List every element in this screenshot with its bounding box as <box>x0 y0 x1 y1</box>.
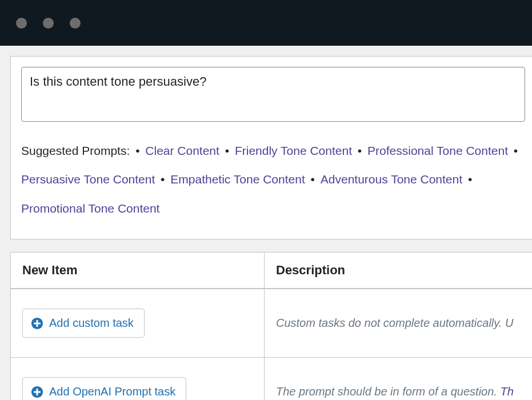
prompt-link[interactable]: Promotional Tone Content <box>21 202 159 215</box>
button-label: Add OpenAI Prompt task <box>49 385 175 398</box>
table-cell-description: The prompt should be in form of a questi… <box>265 358 532 400</box>
bullet: • <box>225 144 233 157</box>
bullet: • <box>514 144 518 157</box>
bullet: • <box>161 173 168 186</box>
suggested-prompts: Suggested Prompts: • Clear Content • Fri… <box>21 137 525 223</box>
tasks-table: New Item Description Add custom task Cus… <box>10 252 532 400</box>
prompt-link[interactable]: Adventurous Tone Content <box>321 173 462 186</box>
prompt-link[interactable]: Persuasive Tone Content <box>21 173 155 186</box>
table-cell-description: Custom tasks do not complete automatical… <box>265 289 532 357</box>
window-dot <box>70 18 81 29</box>
prompt-link[interactable]: Friendly Tone Content <box>235 144 352 157</box>
prompt-link[interactable]: Professional Tone Content <box>367 144 508 157</box>
prompt-textarea[interactable] <box>21 67 525 122</box>
window-dot <box>43 18 54 29</box>
table-cell-action: Add OpenAI Prompt task <box>11 358 265 400</box>
svg-rect-2 <box>34 322 41 324</box>
prompt-link[interactable]: Clear Content <box>145 144 219 157</box>
plus-circle-icon <box>31 386 43 398</box>
description-text: Custom tasks do not complete automatical… <box>276 317 513 330</box>
prompt-link[interactable]: Empathetic Tone Content <box>170 173 305 186</box>
description-text: The prompt should be in form of a questi… <box>276 385 514 398</box>
button-label: Add custom task <box>49 317 134 330</box>
table-row: Add OpenAI Prompt task The prompt should… <box>11 358 532 400</box>
bullet: • <box>311 173 318 186</box>
svg-rect-5 <box>34 391 41 393</box>
bullet: • <box>358 144 365 157</box>
table-header-row: New Item Description <box>11 253 532 289</box>
table-header-new-item: New Item <box>11 253 265 289</box>
add-custom-task-button[interactable]: Add custom task <box>22 309 145 338</box>
prompt-panel: Suggested Prompts: • Clear Content • Fri… <box>10 56 532 239</box>
window-titlebar <box>0 0 532 46</box>
suggested-label: Suggested Prompts: <box>21 144 130 157</box>
table-row: Add custom task Custom tasks do not comp… <box>11 289 532 358</box>
table-cell-action: Add custom task <box>11 289 265 357</box>
window-dot <box>16 18 27 29</box>
bullet: • <box>135 144 143 157</box>
add-openai-prompt-task-button[interactable]: Add OpenAI Prompt task <box>22 377 186 400</box>
content-area: Suggested Prompts: • Clear Content • Fri… <box>0 46 532 400</box>
bullet: • <box>468 173 472 186</box>
table-header-description: Description <box>265 253 532 289</box>
plus-circle-icon <box>31 317 43 330</box>
